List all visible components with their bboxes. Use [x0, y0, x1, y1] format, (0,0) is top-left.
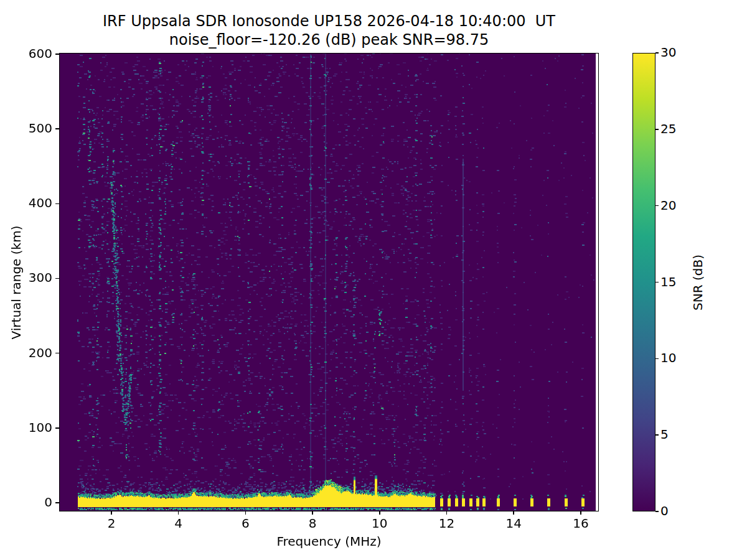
- y-tick: [55, 353, 59, 354]
- x-tick-label: 8: [294, 516, 331, 531]
- colorbar-tick: [655, 129, 659, 130]
- colorbar-tick: [655, 511, 659, 512]
- x-tick-label: 16: [562, 516, 599, 531]
- y-axis-label: Virtual range (km): [8, 53, 24, 511]
- colorbar-tick: [655, 205, 659, 207]
- x-tick-label: 4: [160, 516, 197, 531]
- heatmap-canvas: [59, 53, 599, 511]
- x-tick: [580, 511, 581, 515]
- ionogram-figure: IRF Uppsala SDR Ionosonde UP158 2026-04-…: [0, 0, 747, 560]
- x-tick-label: 2: [93, 516, 130, 531]
- colorbar-tick: [655, 358, 659, 360]
- colorbar-tick: [655, 282, 659, 283]
- y-tick: [55, 128, 59, 129]
- colorbar-label: SNR (dB): [690, 53, 706, 511]
- x-tick: [111, 511, 112, 515]
- x-tick: [245, 511, 247, 515]
- x-tick: [446, 511, 448, 515]
- x-tick-label: 12: [428, 516, 466, 531]
- x-axis-label: Frequency (MHz): [59, 534, 599, 549]
- x-tick: [312, 511, 313, 515]
- x-tick-label: 6: [227, 516, 264, 531]
- y-tick: [55, 278, 59, 279]
- colorbar-tick: [655, 434, 659, 436]
- y-tick: [55, 427, 59, 429]
- x-tick: [513, 511, 514, 515]
- chart-title: IRF Uppsala SDR Ionosonde UP158 2026-04-…: [59, 12, 599, 30]
- chart-subtitle: noise_floor=-120.26 (dB) peak SNR=98.75: [59, 31, 599, 49]
- x-tick-label: 10: [361, 516, 398, 531]
- y-tick: [55, 502, 59, 503]
- colorbar: [632, 53, 655, 511]
- x-tick: [379, 511, 380, 515]
- x-tick-label: 14: [495, 516, 532, 531]
- colorbar-tick: [655, 52, 659, 54]
- x-tick: [178, 511, 179, 515]
- y-tick: [55, 54, 59, 55]
- y-tick: [55, 203, 59, 205]
